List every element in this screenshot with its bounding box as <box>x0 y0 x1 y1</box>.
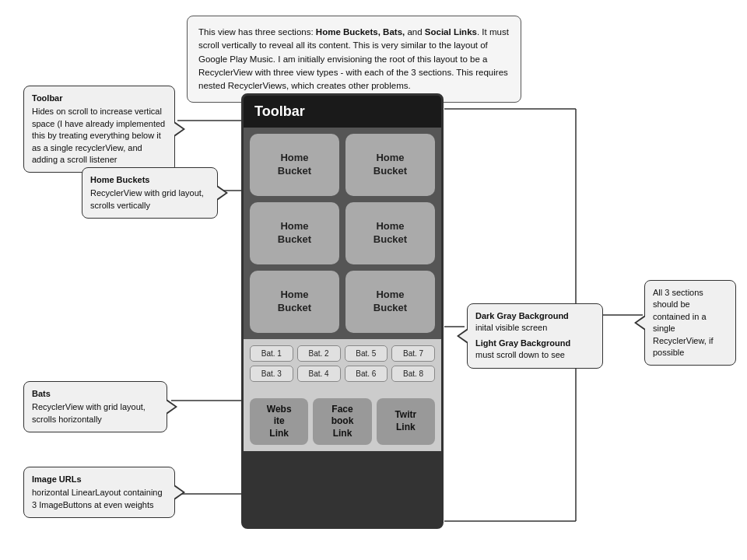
bat-2: Bat. 2 <box>297 345 341 362</box>
bat-8: Bat. 8 <box>391 366 435 382</box>
bat-3: Bat. 3 <box>250 366 293 382</box>
home-bucket-3: HomeBucket <box>250 202 339 264</box>
home-bucket-2: HomeBucket <box>345 134 435 196</box>
home-bucket-4: HomeBucket <box>345 202 435 264</box>
all-sections-callout: All 3 sections should be contained in a … <box>644 280 736 366</box>
bats-callout: Bats RecyclerView with grid layout, scro… <box>23 381 167 432</box>
bat-6: Bat. 6 <box>345 366 388 382</box>
home-bucket-5: HomeBucket <box>250 271 339 333</box>
phone-toolbar: Toolbar <box>244 96 441 128</box>
website-link: WebsiteLink <box>250 398 308 445</box>
phone-mockup: Toolbar HomeBucket HomeBucket HomeBucket… <box>241 93 444 529</box>
top-description: This view has three sections: Home Bucke… <box>187 16 521 103</box>
home-buckets-callout: Home Buckets RecyclerView with grid layo… <box>82 167 218 219</box>
bats-section: Bat. 1 Bat. 2 Bat. 5 Bat. 7 Bat. 3 Bat. … <box>244 339 441 392</box>
bat-7: Bat. 7 <box>391 345 435 362</box>
image-urls-callout: Image URLs horizontal LinearLayout conta… <box>23 467 175 518</box>
home-buckets-section: HomeBucket HomeBucket HomeBucket HomeBuc… <box>244 128 441 339</box>
facebook-link: FacebookLink <box>313 398 371 445</box>
twitter-link: TwitrLink <box>377 398 435 445</box>
home-bucket-6: HomeBucket <box>345 271 435 333</box>
social-links-section: WebsiteLink FacebookLink TwitrLink <box>244 392 441 451</box>
toolbar-callout: Toolbar Hides on scroll to increase vert… <box>23 86 175 173</box>
bg-colors-callout: Dark Gray Background inital visible scre… <box>467 303 603 369</box>
bat-1: Bat. 1 <box>250 345 293 362</box>
bat-4: Bat. 4 <box>297 366 341 382</box>
bat-5: Bat. 5 <box>345 345 388 362</box>
home-bucket-1: HomeBucket <box>250 134 339 196</box>
